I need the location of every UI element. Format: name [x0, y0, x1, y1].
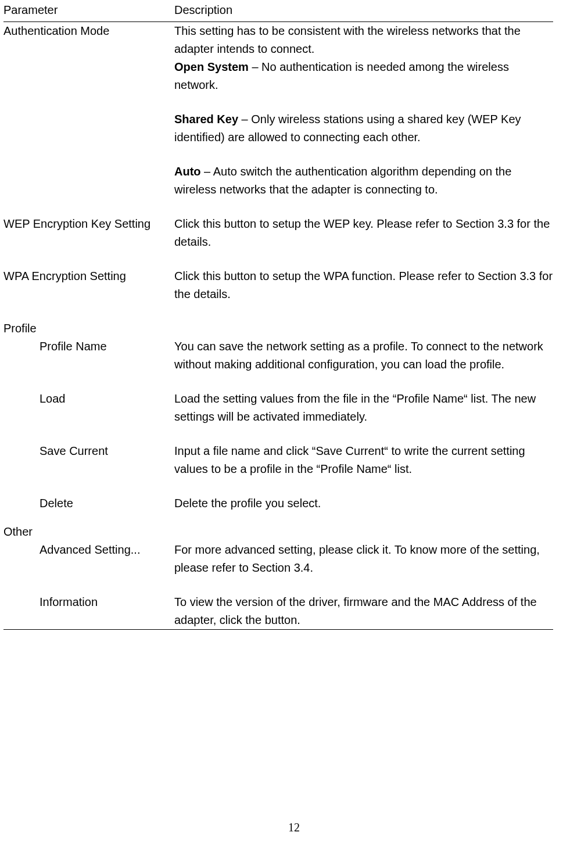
- parameter-table: Parameter Description Authentication Mod…: [3, 0, 553, 630]
- spacer-row: [3, 199, 553, 215]
- shared-key-label: Shared Key: [174, 113, 238, 125]
- section-other: Other: [3, 523, 553, 541]
- delete-desc: Delete the profile you select.: [174, 494, 553, 512]
- spacer-row: [3, 251, 553, 267]
- spacer-row: [3, 303, 553, 320]
- spacer-row: [3, 512, 553, 523]
- document-page: Parameter Description Authentication Mod…: [0, 0, 588, 868]
- param-wpa: WPA Encryption Setting: [3, 267, 174, 285]
- table-row: Information To view the version of the d…: [3, 593, 553, 630]
- auto-label: Auto: [174, 165, 201, 178]
- wpa-desc: Click this button to setup the WPA funct…: [174, 267, 553, 303]
- table-row: WEP Encryption Key Setting Click this bu…: [3, 215, 553, 251]
- param-delete: Delete: [3, 494, 174, 512]
- auth-intro: This setting has to be consistent with t…: [174, 22, 553, 58]
- spacer: [174, 94, 553, 110]
- param-load: Load: [3, 390, 174, 408]
- table-row: Advanced Setting... For more advanced se…: [3, 541, 553, 577]
- param-advanced-setting: Advanced Setting...: [3, 541, 174, 559]
- auth-auto: Auto – Auto switch the authentication al…: [174, 163, 553, 199]
- section-profile: Profile: [3, 320, 553, 338]
- spacer-row: [3, 426, 553, 442]
- wep-desc: Click this button to setup the WEP key. …: [174, 215, 553, 251]
- param-save-current: Save Current: [3, 442, 174, 460]
- open-system-label: Open System: [174, 60, 249, 73]
- page-number: 12: [0, 821, 588, 834]
- param-profile-name: Profile Name: [3, 338, 174, 356]
- spacer-row: [3, 374, 553, 390]
- table-row: Delete Delete the profile you select.: [3, 494, 553, 512]
- table-row: Authentication Mode This setting has to …: [3, 22, 553, 199]
- header-description: Description: [174, 0, 553, 22]
- table-row: Load Load the setting values from the fi…: [3, 390, 553, 426]
- information-desc: To view the version of the driver, firmw…: [174, 593, 553, 629]
- spacer-row: [3, 478, 553, 494]
- profile-name-desc: You can save the network setting as a pr…: [174, 338, 553, 374]
- auth-open-system: Open System – No authentication is neede…: [174, 58, 553, 94]
- save-current-desc: Input a file name and click “Save Curren…: [174, 442, 553, 478]
- section-row-other: Other: [3, 523, 553, 541]
- table-row: Save Current Input a file name and click…: [3, 442, 553, 478]
- table-header-row: Parameter Description: [3, 0, 553, 22]
- advanced-desc: For more advanced setting, please click …: [174, 541, 553, 577]
- header-parameter: Parameter: [3, 0, 174, 22]
- section-row-profile: Profile: [3, 320, 553, 338]
- table-row: WPA Encryption Setting Click this button…: [3, 267, 553, 303]
- param-wep: WEP Encryption Key Setting: [3, 215, 174, 233]
- auto-text: – Auto switch the authentication algorit…: [174, 165, 511, 196]
- spacer: [174, 146, 553, 163]
- auth-shared-key: Shared Key – Only wireless stations usin…: [174, 110, 553, 146]
- table-row: Profile Name You can save the network se…: [3, 338, 553, 374]
- param-authentication-mode: Authentication Mode: [3, 22, 174, 40]
- param-information: Information: [3, 593, 174, 611]
- spacer-row: [3, 577, 553, 593]
- load-desc: Load the setting values from the file in…: [174, 390, 553, 426]
